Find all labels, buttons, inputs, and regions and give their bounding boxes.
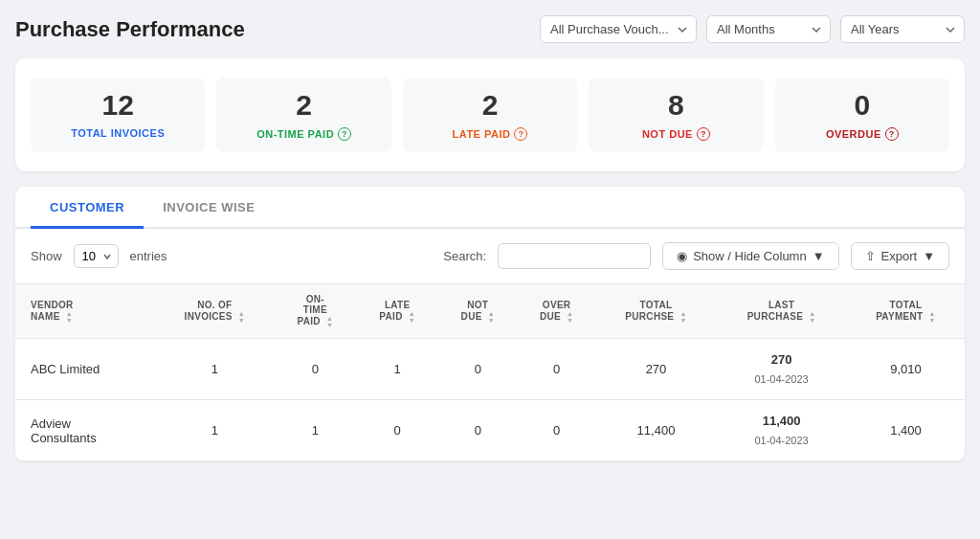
page-header: Purchase Performance All Purchase Vouch.… — [15, 15, 965, 43]
cell-over_due: 0 — [517, 400, 595, 461]
sort-arrows-latepaid[interactable]: ▲▼ — [409, 310, 415, 324]
tab-customer[interactable]: CUSTOMER — [31, 187, 144, 229]
cell-not_due: 0 — [438, 400, 517, 461]
tabs: CUSTOMER INVOICE WISE — [15, 187, 965, 229]
stat-number-ontime: 2 — [224, 89, 383, 122]
cell-over_due: 0 — [517, 339, 595, 400]
tab-invoice-wise[interactable]: INVOICE WISE — [144, 187, 274, 229]
cell-last-purchase: 11,40001-04-2023 — [716, 400, 847, 461]
stat-overdue: 0 OVERDUE ? — [775, 78, 949, 152]
stats-row: 12 TOTAL INVOICES 2 ON-TIME PAID ? 2 LAT… — [15, 58, 965, 171]
stat-on-time-paid: 2 ON-TIME PAID ? — [216, 78, 390, 152]
col-total-payment: TOTALPAYMENT ▲▼ — [847, 284, 965, 339]
voucher-filter[interactable]: All Purchase Vouch... — [540, 15, 697, 43]
search-input[interactable] — [498, 243, 651, 269]
table-row: AdviewConsultants1100011,40011,40001-04-… — [15, 400, 965, 461]
header-filters: All Purchase Vouch... All Months All Yea… — [540, 15, 965, 43]
sort-arrows-totalpayment[interactable]: ▲▼ — [929, 310, 936, 324]
show-label: Show — [31, 249, 62, 263]
sort-arrows-totalpurchase[interactable]: ▲▼ — [679, 310, 686, 324]
cell-total-payment: 1,400 — [847, 400, 965, 461]
data-table: VENDORNAME ▲▼ NO. OFINVOICES ▲▼ ON-TIMEP… — [15, 283, 965, 461]
stat-total-invoices: 12 TOTAL INVOICES — [31, 78, 205, 152]
cell-on_time_paid: 1 — [274, 400, 356, 461]
sort-arrows-invoices[interactable]: ▲▼ — [238, 310, 245, 324]
chevron-down-icon-export: ▼ — [923, 249, 935, 263]
stat-label-notdue: NOT DUE ? — [596, 127, 755, 141]
col-last-purchase: LASTPURCHASE ▲▼ — [716, 284, 847, 339]
info-icon-late[interactable]: ? — [514, 127, 527, 141]
cell-vendor-name: ABC Limited — [15, 339, 155, 400]
sort-arrows-notdue[interactable]: ▲▼ — [488, 310, 495, 324]
col-late-paid: LATEPAID ▲▼ — [356, 284, 438, 339]
sort-arrows-vendor[interactable]: ▲▼ — [66, 310, 73, 324]
stat-number-total: 12 — [38, 89, 197, 122]
info-icon-overdue[interactable]: ? — [885, 127, 899, 141]
cell-late_paid: 0 — [356, 400, 438, 461]
info-icon-ontime[interactable]: ? — [338, 127, 351, 141]
cell-vendor-name: AdviewConsultants — [15, 400, 155, 461]
sort-arrows-overdue[interactable]: ▲▼ — [567, 310, 573, 324]
search-label: Search: — [443, 249, 486, 263]
stat-label-late: LATE PAID ? — [411, 127, 569, 141]
years-filter[interactable]: All Years — [840, 15, 965, 43]
export-icon: ⇧ — [865, 249, 876, 263]
stat-late-paid: 2 LATE PAID ? — [403, 78, 577, 152]
col-vendor-name: VENDORNAME ▲▼ — [15, 284, 155, 339]
stat-label-total: TOTAL INVOICES — [38, 127, 197, 139]
entries-select[interactable]: 10 — [74, 244, 119, 268]
cell-last-purchase: 27001-04-2023 — [716, 339, 847, 400]
main-card: CUSTOMER INVOICE WISE Show 10 entries Se… — [15, 187, 965, 461]
sort-arrows-lastpurchase[interactable]: ▲▼ — [809, 310, 815, 324]
show-hide-column-button[interactable]: ◉ Show / Hide Column ▼ — [662, 242, 838, 270]
cell-on_time_paid: 0 — [274, 339, 356, 400]
stat-number-late: 2 — [411, 89, 569, 122]
stat-not-due: 8 NOT DUE ? — [589, 78, 763, 152]
export-button[interactable]: ⇧ Export ▼ — [851, 242, 949, 270]
page-container: Purchase Performance All Purchase Vouch.… — [0, 0, 980, 539]
cell-total_purchase: 11,400 — [596, 400, 716, 461]
stat-label-overdue: OVERDUE ? — [783, 127, 942, 141]
eye-icon: ◉ — [677, 249, 687, 263]
cell-no_of_invoices: 1 — [155, 339, 274, 400]
page-title: Purchase Performance — [15, 17, 245, 42]
cell-total_purchase: 270 — [596, 339, 716, 400]
col-over-due: OVERDUE ▲▼ — [517, 284, 595, 339]
table-row: ABC Limited1010027027001-04-20239,010 — [15, 339, 965, 400]
col-not-due: NOTDUE ▲▼ — [438, 284, 517, 339]
col-on-time-paid: ON-TIMEPAID ▲▼ — [274, 284, 356, 339]
col-no-invoices: NO. OFINVOICES ▲▼ — [155, 284, 274, 339]
cell-no_of_invoices: 1 — [155, 400, 274, 461]
chevron-down-icon: ▼ — [813, 249, 825, 263]
stat-number-notdue: 8 — [596, 89, 755, 122]
sort-arrows-ontime[interactable]: ▲▼ — [326, 315, 333, 328]
table-controls: Show 10 entries Search: ◉ Show / Hide Co… — [15, 229, 965, 283]
cell-total-payment: 9,010 — [847, 339, 965, 400]
col-total-purchase: TOTALPURCHSE ▲▼ — [596, 284, 716, 339]
stat-label-ontime: ON-TIME PAID ? — [224, 127, 383, 141]
cell-late_paid: 1 — [356, 339, 438, 400]
cell-not_due: 0 — [438, 339, 517, 400]
info-icon-notdue[interactable]: ? — [697, 127, 710, 141]
stat-number-overdue: 0 — [783, 89, 942, 122]
table-header-row: VENDORNAME ▲▼ NO. OFINVOICES ▲▼ ON-TIMEP… — [15, 284, 965, 339]
months-filter[interactable]: All Months — [706, 15, 831, 43]
entries-label: entries — [130, 249, 167, 263]
